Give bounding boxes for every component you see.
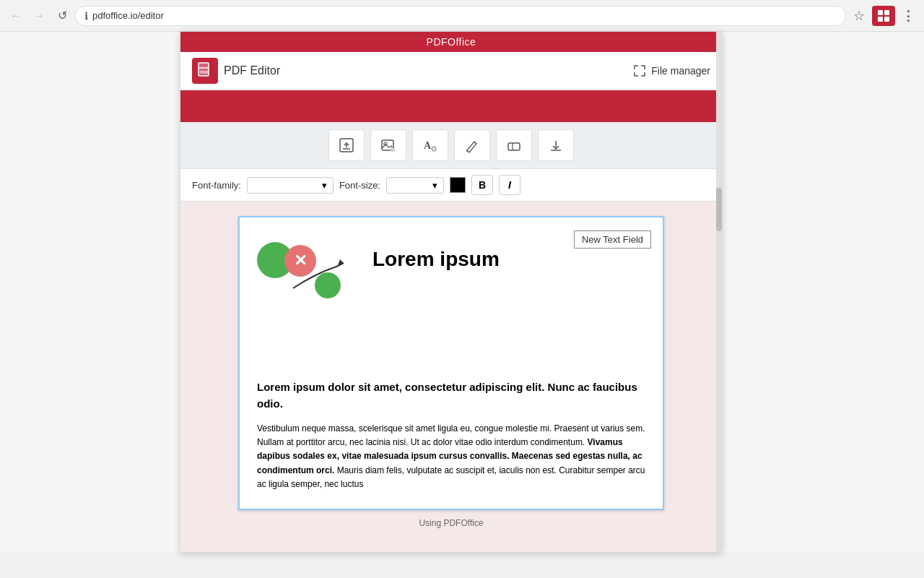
star-button[interactable]: ☆ (849, 6, 869, 26)
url-input[interactable] (92, 10, 837, 21)
text-button[interactable]: A (412, 129, 448, 161)
pdf-logo-icon: PDF (192, 58, 218, 84)
svg-rect-1 (884, 10, 889, 15)
erase-button[interactable] (496, 129, 532, 161)
forward-button[interactable]: → (29, 6, 49, 26)
body-paragraph: Vestibulum neque massa, scelerisque sit … (257, 422, 645, 491)
app-header-right: File manager (632, 64, 710, 78)
address-bar: ℹ (75, 6, 846, 26)
svg-rect-0 (878, 10, 883, 15)
app-title-bar: PDFOffice (180, 32, 722, 52)
browser-toolbar: ← → ↺ ℹ ☆ ⋮ (0, 0, 924, 32)
download-button[interactable] (538, 129, 574, 161)
editor-area: New Text Field ✕ (180, 202, 722, 552)
x-icon: ✕ (294, 251, 307, 270)
green-circle-small (315, 272, 341, 298)
app-logo-text: PDF Editor (224, 64, 280, 77)
chevron-down-icon: ▾ (322, 180, 327, 191)
svg-text:A: A (424, 140, 432, 151)
red-x-circle: ✕ (284, 245, 316, 277)
pdfoffice-app: PDFOffice PDF PDF Editor (180, 32, 722, 552)
svg-rect-20 (508, 143, 520, 150)
bold-button[interactable]: B (471, 175, 493, 195)
extension-icon (872, 6, 895, 26)
red-banner (180, 90, 722, 122)
left-space (0, 32, 191, 552)
font-size-label: Font-size: (339, 180, 380, 191)
scrollbar-right[interactable] (716, 32, 722, 552)
file-manager-label: File manager (651, 65, 710, 77)
svg-text:PDF: PDF (200, 70, 209, 74)
upload-button[interactable] (328, 129, 365, 161)
expand-icon (632, 64, 647, 78)
color-picker[interactable] (450, 177, 466, 193)
app-logo: PDF PDF Editor (192, 58, 280, 84)
app-header: PDF PDF Editor File manager (180, 52, 722, 90)
scrollbar-thumb[interactable] (716, 188, 722, 231)
font-size-select[interactable]: ▾ (386, 177, 444, 194)
right-space (733, 32, 924, 552)
main-toolbar: A (180, 122, 722, 169)
italic-button[interactable]: I (499, 175, 520, 195)
font-family-select[interactable]: ▾ (247, 177, 334, 194)
back-button[interactable]: ← (6, 6, 26, 26)
svg-line-19 (474, 142, 476, 144)
bold-paragraph: Lorem ipsum dolor sit amet, consectetur … (257, 379, 645, 412)
info-icon: ℹ (84, 10, 88, 22)
svg-rect-2 (878, 17, 883, 22)
browser-chrome: ← → ↺ ℹ ☆ ⋮ (0, 0, 924, 32)
font-family-label: Font-family: (192, 180, 241, 191)
menu-button[interactable]: ⋮ (898, 6, 918, 26)
top-content-row: ✕ Lorem ipsum (257, 235, 645, 307)
chevron-down-icon-size: ▾ (432, 180, 437, 191)
reload-button[interactable]: ↺ (52, 6, 72, 26)
svg-marker-23 (338, 259, 344, 265)
using-label: Using PDFOffice (419, 516, 483, 529)
pdf-page: New Text Field ✕ (238, 216, 664, 510)
image-button[interactable] (370, 129, 406, 161)
format-toolbar: Font-family: ▾ Font-size: ▾ B I (180, 169, 722, 202)
file-manager-button[interactable]: File manager (632, 64, 710, 78)
browser-content: PDFOffice PDF PDF Editor (0, 32, 924, 552)
heading-text: Lorem ipsum (372, 248, 500, 271)
svg-rect-3 (884, 17, 889, 22)
draw-button[interactable] (454, 129, 490, 161)
app-title: PDFOffice (427, 36, 476, 48)
